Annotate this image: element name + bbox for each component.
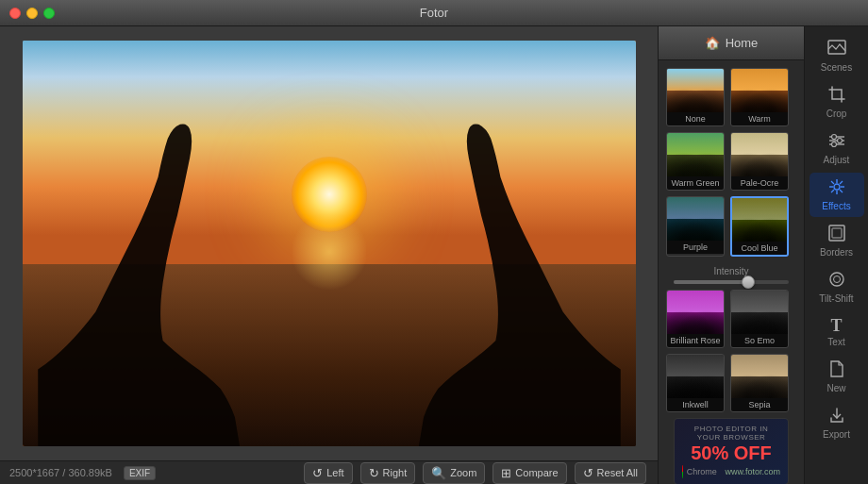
- new-label: New: [826, 383, 845, 393]
- svg-point-7: [834, 184, 840, 190]
- borders-icon: [828, 225, 845, 244]
- fotor-url: www.fotor.com: [725, 467, 780, 476]
- svg-point-18: [830, 273, 843, 286]
- sidebar-item-text[interactable]: T Text: [810, 311, 864, 353]
- slider-fill: [674, 280, 748, 284]
- close-button[interactable]: [9, 8, 21, 19]
- image-container: [0, 26, 658, 460]
- effects-label: Effects: [822, 201, 850, 211]
- sidebar-item-scenes[interactable]: Scenes: [810, 34, 864, 78]
- effect-inkwell-label: Inkwell: [667, 398, 724, 411]
- export-icon: [828, 407, 845, 426]
- intensity-row: Intensity: [666, 262, 796, 290]
- sidebar-item-borders[interactable]: Borders: [810, 219, 864, 263]
- intensity-slider[interactable]: [674, 280, 789, 284]
- effect-cool-blue-label: Cool Blue: [732, 242, 787, 255]
- rotate-right-icon: ↻: [369, 466, 379, 480]
- right-sidebar: Scenes Crop Ad: [804, 26, 868, 484]
- effect-so-emo[interactable]: So Emo: [730, 290, 789, 348]
- effect-warm-green-label: Warm Green: [667, 176, 724, 190]
- maximize-button[interactable]: [43, 8, 55, 19]
- zoom-label: Zoom: [450, 467, 476, 478]
- rotate-left-button[interactable]: ↺ Left: [304, 462, 352, 484]
- sidebar-item-adjust[interactable]: Adjust: [810, 126, 864, 171]
- rotate-right-button[interactable]: ↻ Right: [360, 462, 416, 484]
- tilt-shift-icon: [827, 271, 846, 291]
- effect-row-3: Purple Cool Blue: [666, 196, 796, 257]
- text-icon: T: [830, 317, 842, 334]
- effect-inkwell[interactable]: Inkwell: [666, 354, 725, 412]
- crop-label: Crop: [826, 108, 847, 119]
- effect-brilliant-rose[interactable]: Brilliant Rose: [666, 290, 725, 348]
- zoom-icon: 🔍: [431, 466, 446, 480]
- effect-row-5: Inkwell Sepia: [666, 354, 796, 412]
- reset-icon: ↺: [583, 466, 593, 480]
- effects-panel: 🏠 Home None: [658, 26, 804, 484]
- svg-line-14: [840, 181, 843, 184]
- svg-point-5: [837, 139, 842, 143]
- svg-rect-17: [832, 228, 842, 238]
- photo-frame: [23, 41, 636, 446]
- effect-pale-ocre[interactable]: Pale-Ocre: [730, 132, 789, 191]
- effect-purple-label: Purple: [667, 241, 724, 254]
- sidebar-item-tilt-shift[interactable]: Tilt-Shift: [810, 265, 864, 309]
- effect-so-emo-label: So Emo: [731, 334, 788, 347]
- ad-discount: 50% OFF: [682, 443, 780, 462]
- effect-warm-label: Warm: [731, 112, 788, 125]
- sidebar-item-export[interactable]: Export: [810, 401, 864, 445]
- reset-button[interactable]: ↺ Reset All: [575, 462, 646, 484]
- file-info: 2500*1667 / 360.89kB: [9, 467, 112, 478]
- ad-top-text: PHOTO EDITOR IN YOUR BROWSER: [682, 425, 780, 442]
- effect-cool-blue[interactable]: Cool Blue: [730, 196, 789, 257]
- main-content: 2500*1667 / 360.89kB EXIF ↺ Left ↻ Right…: [0, 26, 868, 484]
- borders-label: Borders: [820, 247, 853, 258]
- compare-label: Compare: [515, 467, 558, 478]
- window-controls[interactable]: [9, 8, 55, 19]
- bottom-toolbar: 2500*1667 / 360.89kB EXIF ↺ Left ↻ Right…: [0, 460, 658, 484]
- effect-row-2: Warm Green Pale-Ocre: [666, 132, 796, 191]
- ad-bottom: Chrome www.fotor.com: [682, 465, 780, 478]
- sidebar-item-crop[interactable]: Crop: [810, 80, 864, 125]
- intensity-label: Intensity: [674, 266, 789, 276]
- effect-none-label: None: [667, 112, 724, 125]
- effect-pale-ocre-label: Pale-Ocre: [731, 176, 788, 190]
- adjust-icon: [827, 132, 846, 152]
- effects-icon: [827, 178, 846, 198]
- svg-line-12: [831, 181, 834, 184]
- left-label: Left: [326, 467, 343, 478]
- zoom-button[interactable]: 🔍 Zoom: [423, 462, 485, 484]
- effect-purple[interactable]: Purple: [666, 196, 725, 257]
- fotor-logo: [721, 465, 722, 478]
- home-icon: 🏠: [705, 36, 720, 50]
- app-title: Fotor: [420, 6, 448, 20]
- compare-button[interactable]: ⊞ Compare: [492, 462, 566, 484]
- home-button[interactable]: 🏠 Home: [659, 26, 804, 60]
- effects-grid: None Warm: [659, 60, 804, 484]
- chrome-label: Chrome: [687, 467, 717, 476]
- minimize-button[interactable]: [26, 8, 38, 19]
- svg-line-13: [840, 190, 843, 192]
- new-icon: [829, 360, 844, 380]
- ad-banner[interactable]: PHOTO EDITOR IN YOUR BROWSER 50% OFF Chr…: [674, 418, 789, 484]
- chrome-icon: [682, 465, 683, 478]
- sidebar-item-new[interactable]: New: [810, 355, 864, 399]
- home-label: Home: [726, 36, 759, 50]
- titlebar: Fotor: [0, 0, 868, 26]
- sidebar-item-effects[interactable]: Effects: [810, 173, 864, 217]
- tilt-shift-label: Tilt-Shift: [819, 293, 853, 304]
- svg-rect-16: [829, 225, 844, 241]
- effect-none[interactable]: None: [666, 68, 725, 126]
- svg-line-15: [831, 190, 834, 192]
- scenes-label: Scenes: [821, 62, 852, 73]
- exif-button[interactable]: EXIF: [124, 466, 156, 480]
- effect-warm-green[interactable]: Warm Green: [666, 132, 725, 191]
- slider-thumb[interactable]: [742, 275, 755, 289]
- canvas-area: 2500*1667 / 360.89kB EXIF ↺ Left ↻ Right…: [0, 26, 658, 484]
- effect-warm[interactable]: Warm: [730, 68, 789, 126]
- export-label: Export: [823, 429, 850, 440]
- scenes-icon: [827, 40, 846, 59]
- crop-icon: [828, 86, 845, 106]
- effect-sepia-label: Sepia: [731, 398, 788, 411]
- effect-sepia[interactable]: Sepia: [730, 354, 789, 412]
- svg-point-6: [831, 142, 836, 147]
